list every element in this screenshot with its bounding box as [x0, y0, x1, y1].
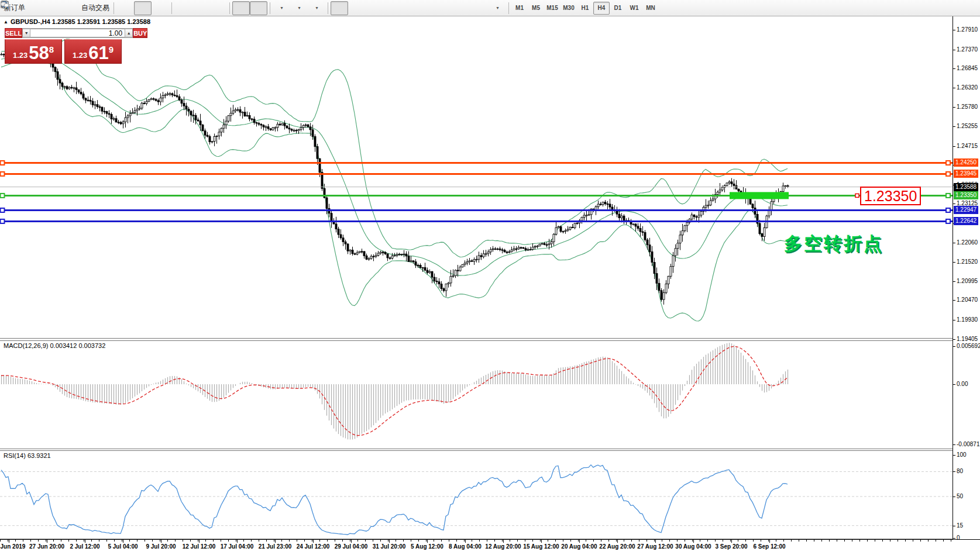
- macd-axis-tick: 0.00: [957, 381, 968, 387]
- profiles-button[interactable]: [44, 1, 62, 15]
- timeframe-button-MN[interactable]: MN: [642, 2, 659, 15]
- macd-axis-tick: 0.005692: [957, 343, 980, 349]
- axis-tick-mark: [953, 384, 955, 385]
- time-axis-label: 24 Jul 12:00: [297, 543, 330, 550]
- panel-separator[interactable]: [0, 449, 980, 451]
- chart-annotation-text[interactable]: 多空转折点: [784, 232, 883, 256]
- price-axis-tick: 1.19405: [957, 336, 978, 342]
- timeframe-button-D1[interactable]: D1: [610, 2, 626, 15]
- rsi-header: RSI(14) 63.9321: [4, 452, 51, 459]
- axis-tick-mark: [953, 455, 955, 456]
- toolbar-separator: [328, 2, 328, 14]
- rsi-canvas[interactable]: [0, 451, 953, 539]
- timeframe-button-H4[interactable]: H4: [593, 2, 610, 15]
- price-axis[interactable]: 1.279101.273701.268451.263201.257801.252…: [953, 16, 980, 539]
- axis-tick-mark: [953, 243, 955, 243]
- arrows-button[interactable]: ▾: [489, 1, 506, 15]
- price-axis-tick: 1.25255: [957, 123, 978, 129]
- time-axis-tick: [579, 540, 580, 543]
- candlestick-chart-button[interactable]: [134, 1, 152, 15]
- timeframe-button-M5[interactable]: M5: [528, 2, 544, 15]
- buy-button[interactable]: BUY: [133, 28, 147, 38]
- vertical-line-button[interactable]: [366, 1, 383, 15]
- axis-tick-mark: [953, 339, 955, 340]
- axis-tick-mark: [953, 50, 955, 50]
- auto-trading-button[interactable]: 自动交易: [80, 1, 111, 15]
- collapse-triangle-icon[interactable]: ▲: [4, 19, 8, 25]
- time-axis-label: 25 Jun 2019: [0, 543, 25, 550]
- macd-canvas[interactable]: [0, 341, 953, 449]
- fibonacci-button[interactable]: F: [436, 1, 453, 15]
- price-axis-tick: 1.27910: [957, 26, 978, 33]
- volume-input[interactable]: [30, 29, 125, 37]
- zoom-out-button[interactable]: [192, 1, 209, 15]
- axis-tick-mark: [953, 126, 955, 127]
- price-level-badge: 1.22642: [954, 217, 978, 225]
- price-chart-canvas[interactable]: [0, 16, 953, 338]
- templates-button[interactable]: ▾: [308, 1, 325, 15]
- volume-up-button[interactable]: ▲: [125, 29, 133, 37]
- cursor-button[interactable]: [331, 1, 348, 15]
- toolbar-separator: [270, 2, 270, 14]
- time-axis-label: 12 Aug 20:00: [485, 543, 521, 550]
- time-axis-label: 12 Jul 12:00: [183, 543, 216, 550]
- crosshair-button[interactable]: [348, 1, 366, 15]
- price-axis-tick: 1.20470: [957, 297, 978, 303]
- dropdown-arrow-icon: ▾: [298, 5, 300, 11]
- macd-panel: MACD(12,26,9) 0.003412 0.003732: [0, 341, 953, 449]
- dropdown-arrow-icon: ▾: [315, 5, 318, 11]
- time-axis-tick: [199, 540, 200, 543]
- time-axis-tick: [731, 540, 732, 543]
- time-axis-tick: [237, 540, 238, 543]
- time-axis-tick: [313, 540, 314, 543]
- timeframe-button-M15[interactable]: M15: [544, 2, 561, 15]
- auto-scroll-button[interactable]: [232, 1, 250, 15]
- bar-chart-button[interactable]: [116, 1, 134, 15]
- periods-button[interactable]: ▾: [290, 1, 308, 15]
- indicators-button[interactable]: ▾: [273, 1, 290, 15]
- time-axis-tick: [161, 540, 161, 543]
- chart-shift-button[interactable]: [250, 1, 267, 15]
- timeframe-button-M30[interactable]: M30: [561, 2, 577, 15]
- price-level-callout[interactable]: 1.23350: [860, 187, 921, 205]
- time-axis-label: 31 Jul 20:00: [373, 543, 406, 550]
- timeframe-button-W1[interactable]: W1: [626, 2, 642, 15]
- chart-title-text: GBPUSD-,H4 1.23585 1.23591 1.23585 1.235…: [11, 18, 150, 25]
- time-axis-label: 6 Sep 12:00: [753, 543, 785, 550]
- line-chart-button[interactable]: [152, 1, 169, 15]
- channel-button[interactable]: E: [418, 1, 436, 15]
- axis-tick-mark: [953, 538, 955, 539]
- zoom-in-button[interactable]: [174, 1, 192, 15]
- tile-windows-button[interactable]: [209, 1, 227, 15]
- timeframe-button-M1[interactable]: M1: [511, 2, 528, 15]
- search-button[interactable]: [938, 1, 955, 15]
- trendline-button[interactable]: [401, 1, 418, 15]
- toolbar-separator: [171, 2, 172, 14]
- time-axis-tick: [9, 540, 9, 543]
- time-axis[interactable]: 25 Jun 201927 Jun 20:002 Jul 12:005 Jul …: [0, 539, 980, 555]
- ticker-button[interactable]: [27, 1, 44, 15]
- sell-price-display[interactable]: 1.23 58 8: [5, 39, 62, 64]
- rsi-axis-tick: 50: [957, 493, 963, 499]
- price-chart-panel: ▲ GBPUSD-,H4 1.23585 1.23591 1.23585 1.2…: [0, 16, 953, 338]
- one-click-trading-panel: SELL ▼ ▲ BUY 1.23 58 8 1.23 61 9: [5, 28, 122, 64]
- text-label-button[interactable]: T: [471, 1, 489, 15]
- text-button[interactable]: A: [453, 1, 471, 15]
- price-level-badge: 1.23945: [954, 170, 978, 178]
- chat-button[interactable]: [959, 1, 976, 15]
- market-watch-button[interactable]: [62, 1, 80, 15]
- time-axis-label: 27 Jun 20:00: [29, 543, 64, 550]
- panel-separator[interactable]: [0, 338, 980, 341]
- time-axis-label: 30 Aug 04:00: [675, 543, 711, 550]
- dropdown-arrow-icon: ▾: [280, 5, 283, 11]
- axis-tick-mark: [953, 281, 955, 282]
- price-level-badge: 1.24250: [954, 158, 978, 167]
- time-axis-tick: [769, 540, 770, 543]
- axis-tick-mark: [953, 471, 955, 472]
- timeframe-button-H1[interactable]: H1: [577, 2, 593, 15]
- macd-axis-tick: -0.008717: [957, 441, 980, 447]
- volume-down-button[interactable]: ▼: [22, 29, 30, 37]
- sell-button[interactable]: SELL: [5, 28, 22, 38]
- buy-price-display[interactable]: 1.23 61 9: [64, 39, 122, 64]
- horizontal-line-button[interactable]: [383, 1, 401, 15]
